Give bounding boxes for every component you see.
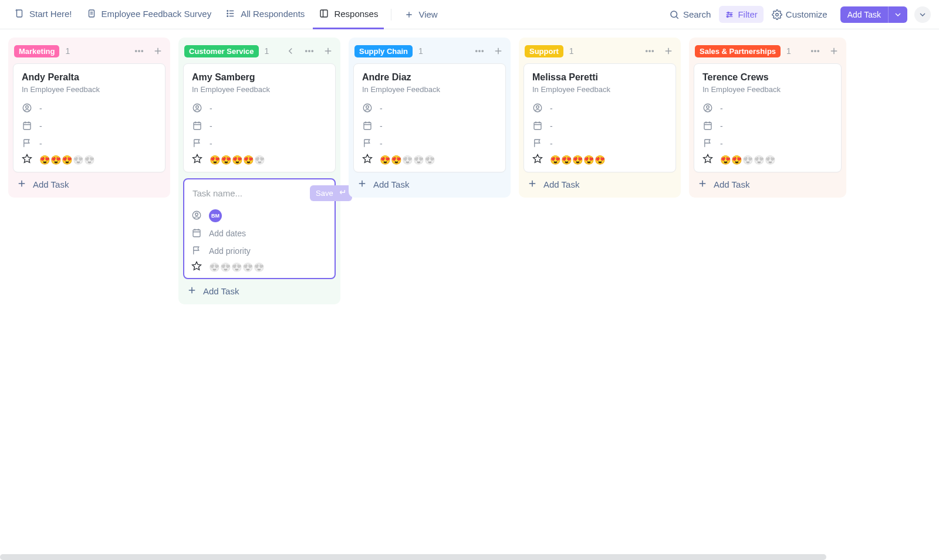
- column-more-icon[interactable]: [473, 45, 486, 57]
- task-card[interactable]: Terence CrewsIn Employee Feedback---😍😍😍😍…: [694, 63, 842, 172]
- card-dates-row[interactable]: -: [532, 117, 667, 135]
- column-add-task-button[interactable]: Add Task: [694, 172, 842, 193]
- svg-point-38: [812, 50, 813, 52]
- column-add-icon[interactable]: [827, 45, 840, 57]
- svg-point-30: [366, 106, 369, 108]
- task-name-input[interactable]: [191, 188, 305, 199]
- card-priority-row[interactable]: -: [532, 135, 667, 152]
- search-button[interactable]: Search: [663, 6, 717, 23]
- tab-responses[interactable]: Responses: [313, 0, 384, 29]
- column-label[interactable]: Sales & Partnerships: [695, 45, 781, 57]
- search-label: Search: [683, 9, 711, 19]
- star-icon: [532, 154, 543, 166]
- save-label: Save: [316, 189, 333, 198]
- save-button[interactable]: Save: [310, 185, 352, 201]
- tab-all-respondents[interactable]: All Respondents: [219, 0, 310, 29]
- tab-survey[interactable]: Employee Feedback Survey: [80, 0, 218, 29]
- card-dates-row[interactable]: -: [702, 117, 833, 135]
- field-value: -: [210, 121, 212, 131]
- task-card[interactable]: Andre DiazIn Employee Feedback---😍😍😍😍😍: [353, 63, 506, 172]
- card-subtext: In Employee Feedback: [362, 85, 497, 94]
- card-priority-row[interactable]: -: [362, 135, 497, 152]
- column-more-icon[interactable]: [809, 45, 822, 57]
- column-add-icon[interactable]: [151, 45, 164, 57]
- card-rating-row[interactable]: 😍😍😍😍😍: [22, 154, 157, 166]
- plus-icon: [16, 178, 27, 191]
- flag-icon: [532, 138, 543, 150]
- add-task-primary[interactable]: Add Task: [840, 6, 907, 23]
- card-assignee-row[interactable]: -: [22, 100, 157, 117]
- card-rating-row[interactable]: 😍😍😍😍😍: [192, 154, 327, 166]
- composer-rating-row[interactable]: 😍😍😍😍😍: [191, 261, 327, 273]
- card-priority-row[interactable]: -: [22, 135, 157, 152]
- card-rating-row[interactable]: 😍😍😍😍😍: [532, 154, 667, 166]
- card-dates-row[interactable]: -: [22, 117, 157, 135]
- column-add-task-button[interactable]: Add Task: [183, 279, 336, 300]
- card-title: Melissa Peretti: [532, 72, 667, 83]
- composer-assignee-row[interactable]: BM: [191, 207, 327, 225]
- svg-rect-5: [320, 10, 327, 17]
- card-rating-row[interactable]: 😍😍😍😍😍: [702, 154, 833, 166]
- avatar[interactable]: BM: [209, 209, 222, 222]
- column-add-task-button[interactable]: Add Task: [523, 172, 676, 193]
- user-icon: [192, 103, 202, 115]
- flag-icon: [191, 245, 202, 257]
- svg-point-40: [818, 50, 819, 52]
- task-card[interactable]: Melissa PerettiIn Employee Feedback---😍😍…: [523, 63, 676, 172]
- composer-priority-row[interactable]: Add priority: [191, 242, 327, 260]
- column-label[interactable]: Marketing: [14, 45, 59, 57]
- svg-point-9: [727, 16, 729, 18]
- star-icon: [191, 261, 202, 273]
- svg-rect-1: [89, 10, 94, 17]
- collapse-left-icon[interactable]: [284, 45, 297, 57]
- card-assignee-row[interactable]: -: [362, 100, 497, 117]
- svg-rect-16: [23, 122, 31, 129]
- svg-point-2: [227, 11, 228, 12]
- task-card[interactable]: Amy SambergIn Employee Feedback---😍😍😍😍😍: [183, 63, 336, 172]
- card-assignee-row[interactable]: -: [532, 100, 667, 117]
- column-add-task-button[interactable]: Add Task: [353, 172, 506, 193]
- card-dates-row[interactable]: -: [192, 117, 327, 135]
- add-task-primary-dropdown[interactable]: [888, 6, 907, 23]
- column-add-task-button[interactable]: Add Task: [13, 172, 165, 193]
- star-icon: [702, 154, 713, 166]
- tab-start-here[interactable]: Start Here!: [8, 0, 78, 29]
- emoji-rating: 😍😍😍😍😍: [720, 155, 776, 165]
- toolbar-more-button[interactable]: [914, 6, 931, 23]
- svg-point-3: [227, 13, 228, 14]
- add-task-primary-label-seg[interactable]: Add Task: [840, 6, 888, 23]
- svg-point-4: [227, 16, 228, 17]
- column-more-icon[interactable]: [303, 45, 316, 57]
- column-add-icon[interactable]: [322, 45, 335, 57]
- svg-point-12: [139, 50, 140, 52]
- filter-button[interactable]: Filter: [719, 6, 763, 23]
- tab-label: Employee Feedback Survey: [102, 9, 212, 19]
- user-icon: [22, 103, 32, 115]
- customize-button[interactable]: Customize: [766, 6, 833, 23]
- column-add-icon[interactable]: [492, 45, 505, 57]
- column-label[interactable]: Supply Chain: [354, 45, 413, 57]
- column-add-icon[interactable]: [662, 45, 675, 57]
- column-more-icon[interactable]: [643, 45, 656, 57]
- column-label[interactable]: Support: [525, 45, 563, 57]
- svg-rect-43: [704, 122, 711, 129]
- card-priority-row[interactable]: -: [192, 135, 327, 152]
- card-priority-row[interactable]: -: [702, 135, 833, 152]
- calendar-icon: [362, 120, 373, 133]
- card-assignee-row[interactable]: -: [702, 100, 833, 117]
- kanban-board[interactable]: Marketing1Andy PeraltaIn Employee Feedba…: [0, 29, 939, 313]
- card-rating-row[interactable]: 😍😍😍😍😍: [362, 154, 497, 166]
- add-view-button[interactable]: View: [398, 9, 443, 19]
- column-count: 1: [569, 46, 574, 56]
- add-task-label: Add Task: [33, 179, 69, 189]
- card-dates-row[interactable]: -: [362, 117, 497, 135]
- composer-dates-row[interactable]: Add dates: [191, 225, 327, 242]
- add-task-primary-label: Add Task: [847, 10, 881, 19]
- card-assignee-row[interactable]: -: [192, 100, 327, 117]
- column-label[interactable]: Customer Service: [184, 45, 259, 57]
- field-value: -: [380, 121, 383, 131]
- column-count: 1: [65, 46, 70, 56]
- task-card[interactable]: Andy PeraltaIn Employee Feedback---😍😍😍😍😍: [13, 63, 165, 172]
- svg-point-34: [652, 50, 653, 52]
- column-more-icon[interactable]: [133, 45, 146, 57]
